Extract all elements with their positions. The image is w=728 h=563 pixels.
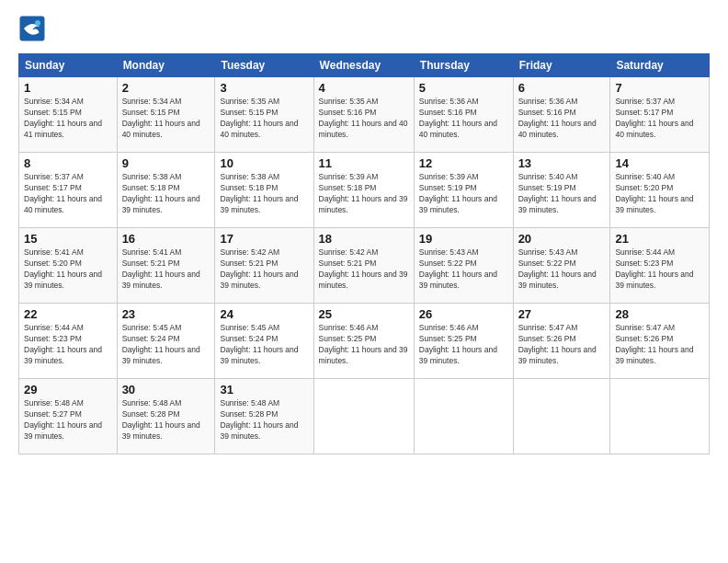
day-detail: Sunrise: 5:43 AMSunset: 5:22 PMDaylight:… [419, 247, 508, 292]
header-row: SundayMondayTuesdayWednesdayThursdayFrid… [19, 54, 710, 77]
day-cell: 3Sunrise: 5:35 AMSunset: 5:15 PMDaylight… [215, 77, 313, 153]
day-cell: 23Sunrise: 5:45 AMSunset: 5:24 PMDayligh… [117, 304, 215, 379]
day-cell: 8Sunrise: 5:37 AMSunset: 5:17 PMDaylight… [19, 153, 118, 228]
day-detail: Sunrise: 5:44 AMSunset: 5:23 PMDaylight:… [24, 323, 112, 367]
day-cell: 16Sunrise: 5:41 AMSunset: 5:21 PMDayligh… [117, 228, 215, 304]
col-header-wednesday: Wednesday [313, 54, 414, 77]
day-number: 12 [419, 156, 508, 170]
col-header-sunday: Sunday [19, 54, 118, 77]
day-number: 22 [24, 307, 112, 321]
day-cell: 6Sunrise: 5:36 AMSunset: 5:16 PMDaylight… [513, 77, 610, 153]
day-detail: Sunrise: 5:40 AMSunset: 5:20 PMDaylight:… [615, 172, 704, 216]
day-number: 1 [24, 81, 112, 95]
day-cell: 12Sunrise: 5:39 AMSunset: 5:19 PMDayligh… [414, 153, 513, 228]
week-row-1: 1Sunrise: 5:34 AMSunset: 5:15 PMDaylight… [19, 77, 710, 153]
day-cell: 18Sunrise: 5:42 AMSunset: 5:21 PMDayligh… [313, 228, 414, 304]
day-number: 29 [24, 383, 112, 396]
day-cell: 11Sunrise: 5:39 AMSunset: 5:18 PMDayligh… [313, 153, 414, 228]
day-detail: Sunrise: 5:34 AMSunset: 5:15 PMDaylight:… [122, 97, 210, 141]
day-number: 21 [615, 232, 704, 246]
day-number: 24 [220, 307, 308, 321]
day-detail: Sunrise: 5:48 AMSunset: 5:28 PMDaylight:… [122, 398, 210, 442]
day-detail: Sunrise: 5:36 AMSunset: 5:16 PMDaylight:… [419, 97, 508, 141]
day-number: 15 [24, 232, 112, 246]
day-cell: 13Sunrise: 5:40 AMSunset: 5:19 PMDayligh… [513, 153, 610, 228]
day-cell [610, 379, 710, 454]
day-number: 5 [419, 81, 508, 95]
day-number: 27 [518, 307, 606, 321]
day-cell: 29Sunrise: 5:48 AMSunset: 5:27 PMDayligh… [19, 379, 118, 454]
day-cell: 30Sunrise: 5:48 AMSunset: 5:28 PMDayligh… [117, 379, 215, 454]
week-row-4: 22Sunrise: 5:44 AMSunset: 5:23 PMDayligh… [19, 304, 710, 379]
week-row-2: 8Sunrise: 5:37 AMSunset: 5:17 PMDaylight… [19, 153, 710, 228]
day-detail: Sunrise: 5:45 AMSunset: 5:24 PMDaylight:… [122, 323, 210, 367]
day-cell: 25Sunrise: 5:46 AMSunset: 5:25 PMDayligh… [313, 304, 414, 379]
day-cell: 15Sunrise: 5:41 AMSunset: 5:20 PMDayligh… [19, 228, 118, 304]
day-number: 17 [220, 232, 308, 246]
day-detail: Sunrise: 5:39 AMSunset: 5:19 PMDaylight:… [419, 172, 508, 216]
day-cell: 22Sunrise: 5:44 AMSunset: 5:23 PMDayligh… [19, 304, 118, 379]
day-detail: Sunrise: 5:35 AMSunset: 5:15 PMDaylight:… [220, 97, 308, 141]
day-number: 18 [319, 232, 409, 246]
day-number: 10 [220, 156, 308, 170]
day-cell: 7Sunrise: 5:37 AMSunset: 5:17 PMDaylight… [610, 77, 710, 153]
day-cell: 14Sunrise: 5:40 AMSunset: 5:20 PMDayligh… [610, 153, 710, 228]
col-header-monday: Monday [117, 54, 215, 77]
page: SundayMondayTuesdayWednesdayThursdayFrid… [0, 0, 728, 563]
day-cell: 28Sunrise: 5:47 AMSunset: 5:26 PMDayligh… [610, 304, 710, 379]
day-cell [513, 379, 610, 454]
day-cell: 27Sunrise: 5:47 AMSunset: 5:26 PMDayligh… [513, 304, 610, 379]
logo-icon [18, 15, 46, 42]
day-detail: Sunrise: 5:41 AMSunset: 5:21 PMDaylight:… [122, 247, 210, 292]
day-number: 25 [319, 307, 409, 321]
day-number: 4 [319, 81, 409, 95]
day-detail: Sunrise: 5:34 AMSunset: 5:15 PMDaylight:… [24, 97, 112, 141]
day-detail: Sunrise: 5:37 AMSunset: 5:17 PMDaylight:… [615, 97, 704, 141]
day-number: 20 [518, 232, 606, 246]
day-cell: 21Sunrise: 5:44 AMSunset: 5:23 PMDayligh… [610, 228, 710, 304]
day-number: 13 [518, 156, 606, 170]
col-header-thursday: Thursday [414, 54, 513, 77]
day-number: 9 [122, 156, 210, 170]
day-detail: Sunrise: 5:46 AMSunset: 5:25 PMDaylight:… [319, 323, 409, 367]
day-cell: 31Sunrise: 5:48 AMSunset: 5:28 PMDayligh… [215, 379, 313, 454]
day-number: 3 [220, 81, 308, 95]
day-detail: Sunrise: 5:47 AMSunset: 5:26 PMDaylight:… [518, 323, 606, 367]
day-detail: Sunrise: 5:48 AMSunset: 5:28 PMDaylight:… [220, 398, 308, 442]
day-number: 31 [220, 383, 308, 396]
day-detail: Sunrise: 5:44 AMSunset: 5:23 PMDaylight:… [615, 247, 704, 292]
svg-point-1 [35, 20, 40, 26]
day-cell: 19Sunrise: 5:43 AMSunset: 5:22 PMDayligh… [414, 228, 513, 304]
col-header-friday: Friday [513, 54, 610, 77]
day-cell: 24Sunrise: 5:45 AMSunset: 5:24 PMDayligh… [215, 304, 313, 379]
day-detail: Sunrise: 5:39 AMSunset: 5:18 PMDaylight:… [319, 172, 409, 216]
day-number: 28 [615, 307, 704, 321]
day-cell: 4Sunrise: 5:35 AMSunset: 5:16 PMDaylight… [313, 77, 414, 153]
day-number: 26 [419, 307, 508, 321]
day-number: 11 [319, 156, 409, 170]
day-detail: Sunrise: 5:38 AMSunset: 5:18 PMDaylight:… [220, 172, 308, 216]
header [18, 15, 710, 42]
day-number: 7 [615, 81, 704, 95]
day-detail: Sunrise: 5:42 AMSunset: 5:21 PMDaylight:… [220, 247, 308, 292]
day-number: 30 [122, 383, 210, 396]
day-detail: Sunrise: 5:46 AMSunset: 5:25 PMDaylight:… [419, 323, 508, 367]
day-detail: Sunrise: 5:40 AMSunset: 5:19 PMDaylight:… [518, 172, 606, 216]
day-cell: 1Sunrise: 5:34 AMSunset: 5:15 PMDaylight… [19, 77, 118, 153]
day-number: 14 [615, 156, 704, 170]
day-number: 16 [122, 232, 210, 246]
day-detail: Sunrise: 5:47 AMSunset: 5:26 PMDaylight:… [615, 323, 704, 367]
day-detail: Sunrise: 5:45 AMSunset: 5:24 PMDaylight:… [220, 323, 308, 367]
day-number: 2 [122, 81, 210, 95]
day-cell: 9Sunrise: 5:38 AMSunset: 5:18 PMDaylight… [117, 153, 215, 228]
week-row-3: 15Sunrise: 5:41 AMSunset: 5:20 PMDayligh… [19, 228, 710, 304]
day-detail: Sunrise: 5:41 AMSunset: 5:20 PMDaylight:… [24, 247, 112, 292]
day-cell: 17Sunrise: 5:42 AMSunset: 5:21 PMDayligh… [215, 228, 313, 304]
day-cell: 26Sunrise: 5:46 AMSunset: 5:25 PMDayligh… [414, 304, 513, 379]
day-number: 19 [419, 232, 508, 246]
day-detail: Sunrise: 5:42 AMSunset: 5:21 PMDaylight:… [319, 247, 409, 292]
day-detail: Sunrise: 5:43 AMSunset: 5:22 PMDaylight:… [518, 247, 606, 292]
calendar-table: SundayMondayTuesdayWednesdayThursdayFrid… [18, 53, 710, 454]
day-number: 23 [122, 307, 210, 321]
day-cell: 10Sunrise: 5:38 AMSunset: 5:18 PMDayligh… [215, 153, 313, 228]
